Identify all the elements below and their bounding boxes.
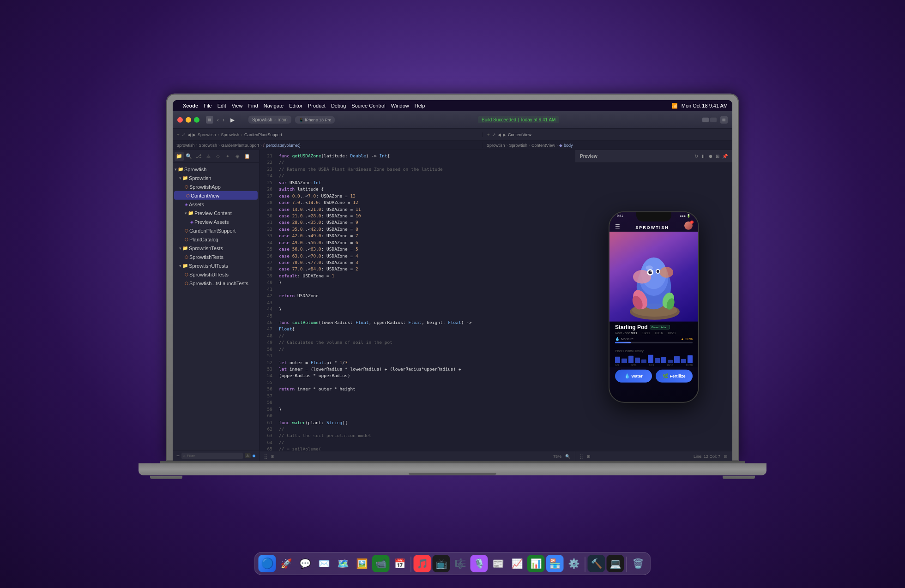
itunes-icon[interactable]: 🎼: [452, 555, 469, 572]
app-screen: ☰ SPROWTISH 1: [609, 212, 698, 402]
menu-navigate[interactable]: Navigate: [264, 103, 284, 108]
scheme-selector[interactable]: Sprowtish › main: [248, 116, 291, 124]
wifi-icon: 📶: [671, 102, 678, 108]
photos-icon[interactable]: 🖼️: [353, 555, 371, 572]
breakpoint-nav-tab[interactable]: ◉: [233, 151, 242, 161]
list-item[interactable]: ◈ Preview Assets: [173, 217, 259, 226]
git-nav-tab[interactable]: ⎇: [194, 151, 203, 161]
menu-edit[interactable]: Edit: [217, 103, 226, 108]
secondary-toolbar: ✦ ⤢ ◀ ▶ Sprowtish › Sprowtish › GardenPl…: [173, 129, 732, 141]
finder-icon[interactable]: 🔵: [259, 555, 276, 572]
preview-record[interactable]: ⏺: [708, 154, 713, 159]
syspreferences-icon[interactable]: ⚙️: [565, 555, 583, 572]
xcode-icon[interactable]: 🔨: [588, 555, 605, 572]
menu-editor[interactable]: Editor: [289, 103, 302, 108]
facetime-icon[interactable]: 📹: [372, 555, 390, 572]
preview-layout[interactable]: ⊞: [716, 154, 719, 159]
dock-divider-3: [627, 557, 627, 572]
stocks-icon[interactable]: 📈: [508, 555, 526, 572]
preview-pin[interactable]: 📌: [722, 154, 728, 159]
list-item[interactable]: ▾ 📁 Preview Content: [173, 209, 259, 217]
list-item[interactable]: ⬡ SprowtishApp: [173, 182, 259, 191]
list-item[interactable]: ⬡ Sprowtish...tsLaunchTests: [173, 279, 259, 288]
editor-layout-toggle[interactable]: [702, 117, 717, 122]
run-button[interactable]: ▶: [228, 115, 236, 124]
code-editor-text[interactable]: func getUSDAZone(latitude: Double) -> In…: [275, 150, 575, 451]
tv-icon[interactable]: 📺: [433, 555, 450, 572]
menu-sourcecontrol[interactable]: Source Control: [351, 103, 385, 108]
menu-window[interactable]: Window: [391, 103, 409, 108]
trash-icon[interactable]: 🗑️: [629, 555, 647, 572]
preview-label: Preview: [580, 154, 597, 159]
menu-debug[interactable]: Debug: [331, 103, 346, 108]
zoom-controls[interactable]: 🔍: [565, 454, 570, 458]
menu-view[interactable]: View: [232, 103, 243, 108]
list-item[interactable]: ▾ 📁 Sprowtish: [173, 165, 259, 174]
nav-forward[interactable]: ›: [223, 116, 224, 123]
menu-find[interactable]: Find: [248, 103, 258, 108]
moisture-icon: 💧: [615, 336, 620, 341]
report-nav-tab[interactable]: 📋: [242, 151, 252, 161]
issue-nav-tab[interactable]: ⚠: [204, 151, 213, 161]
maximize-button[interactable]: [194, 117, 199, 122]
close-button[interactable]: [177, 117, 183, 122]
health-label: Plant Health History: [615, 349, 644, 352]
minimize-button[interactable]: [186, 117, 191, 122]
moisture-section: 💧 Moisture ▲ 20%: [609, 335, 698, 344]
nav-back[interactable]: ‹: [217, 116, 219, 123]
filter-bar[interactable]: ⌕ Filter: [181, 452, 243, 459]
calendar-icon[interactable]: 📅: [391, 555, 409, 572]
list-item[interactable]: ◈ Assets: [173, 200, 259, 209]
macbook: Xcode File Edit View Find Navigate Edito…: [139, 94, 766, 479]
debug-nav-tab[interactable]: ✦: [223, 151, 232, 161]
preview-refresh[interactable]: ↻: [694, 154, 698, 159]
avatar[interactable]: 1: [684, 221, 693, 229]
messages-icon[interactable]: 💬: [296, 555, 314, 572]
svg-point-15: [660, 267, 673, 278]
list-item[interactable]: ⬡ SprowtishUITests: [173, 270, 259, 279]
left-code-editor: 2122232425 2627282930 3132333435 3637383…: [259, 150, 575, 461]
code-viewport[interactable]: 2122232425 2627282930 3132333435 3637383…: [259, 150, 575, 451]
menu-xcode[interactable]: Xcode: [183, 103, 198, 108]
sidebar-item-contentview[interactable]: ⬡ ContentView: [174, 191, 258, 200]
file-breadcrumb[interactable]: GardenPlantSupport: [244, 132, 282, 137]
minimap-icon[interactable]: ⣿: [264, 454, 267, 458]
sidebar-toggle[interactable]: ▤: [206, 116, 213, 123]
preview-minimap-icon[interactable]: ⣿: [580, 454, 583, 458]
numbers-icon[interactable]: 📊: [527, 555, 545, 572]
fertilize-button[interactable]: 🌿 Fertilize: [656, 369, 693, 382]
menu-help[interactable]: Help: [415, 103, 425, 108]
news-icon[interactable]: 📰: [489, 555, 507, 572]
music-icon[interactable]: 🎵: [414, 555, 431, 572]
podcasts-icon[interactable]: 🎙️: [471, 555, 488, 572]
mail-icon[interactable]: ✉️: [315, 555, 333, 572]
hamburger-menu-icon[interactable]: ☰: [615, 223, 620, 229]
preview-split-icon[interactable]: ⊞: [587, 454, 591, 458]
list-item[interactable]: ▾ 📁 SprowtishTests: [173, 244, 259, 252]
preview-pause[interactable]: ⏸: [701, 154, 706, 159]
list-item[interactable]: ▾ 📁 SprowtishUITests: [173, 261, 259, 270]
water-button[interactable]: 💧 Water: [615, 369, 652, 382]
list-item[interactable]: ⬡ PlantCatalog: [173, 235, 259, 244]
list-item[interactable]: ⬡ GardenPlantSupport: [173, 226, 259, 235]
menu-product[interactable]: Product: [308, 103, 326, 108]
source-nav-tab[interactable]: 🔍: [184, 151, 193, 161]
list-item[interactable]: ⬡ SprowtishTests: [173, 252, 259, 261]
list-item[interactable]: ▾ 📁 Sprowtish: [173, 174, 259, 182]
warning-icon: ▲ 20%: [681, 336, 693, 341]
split-view-icon[interactable]: ⊞: [271, 454, 275, 458]
maps-icon[interactable]: 🗺️: [334, 555, 352, 572]
device-selector[interactable]: 📱 iPhone 13 Pro: [295, 116, 335, 123]
terminal-icon[interactable]: 💻: [607, 555, 624, 572]
appstore-icon[interactable]: 🏪: [546, 555, 564, 572]
add-file-button[interactable]: +: [176, 452, 180, 459]
inspector-icon[interactable]: ⊟: [724, 454, 728, 458]
iphone-mockup: 9:41 ●●● 🔋 ☰ SPROWTISH: [609, 211, 699, 402]
folder-nav-tab[interactable]: 📁: [175, 151, 184, 161]
launchpad-icon[interactable]: 🚀: [278, 555, 295, 572]
test-nav-tab[interactable]: ◇: [213, 151, 223, 161]
base-notch: [409, 473, 496, 475]
breadcrumb-row: Sprowtish › Sprowtish › GardenPlantSuppo…: [173, 141, 732, 150]
inspector-toggle[interactable]: ▤: [720, 116, 728, 123]
menu-file[interactable]: File: [204, 103, 212, 108]
